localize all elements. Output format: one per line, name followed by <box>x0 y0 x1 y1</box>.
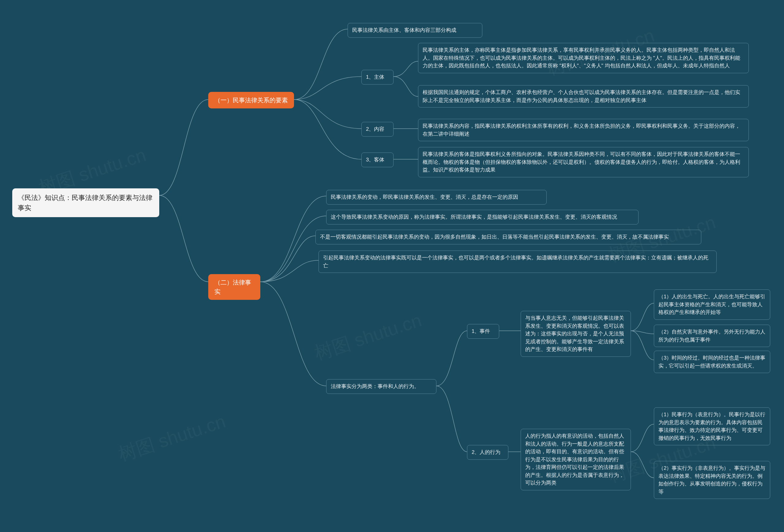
leaf-event-desc: 与当事人意志无关，但能够引起民事法律关系发生、变更和消灭的客观情况。也可以表述为… <box>521 311 631 357</box>
leaf-action-2: （2）事实行为（非表意行为）。事实行为是与表达法律效果、特定精神内容无关的行为。… <box>654 461 770 499</box>
leaf-event-1: （1）人的出生与死亡。人的出生与死亡能够引起民事主体资格的产生和消灭，也可能导致… <box>654 289 770 320</box>
leaf-action-1: （1）民事行为（表意行为）。民事行为是以行为的意思表示为要素的行为。具体内容包括… <box>654 407 770 445</box>
leaf-subject-2: 根据我国民法通则的规定，个体工商户、农村承包经营户、个人合伙也可以成为民事法律关… <box>418 85 749 108</box>
leaf-event-2: （2）自然灾害与意外事件。另外无行为能力人所为的行为也属于事件 <box>654 325 770 347</box>
leaf-subject-1: 民事法律关系的主体，亦称民事主体是指参加民事法律关系，享有民事权利并承担民事义务… <box>418 43 749 73</box>
leaf-composition: 民事法律关系由主体、客体和内容三部分构成 <box>347 23 482 38</box>
branch-legal-facts[interactable]: （二）法律事实 <box>208 274 260 300</box>
root-node[interactable]: 《民法》知识点：民事法律关系的要素与法律事实 <box>12 188 159 217</box>
watermark: 树图 shutu.cn <box>311 308 425 366</box>
leaf-action-desc: 人的行为指人的有意识的活动，包括自然人和法人的活动。行为一般是人的意志所支配的活… <box>521 429 631 491</box>
leaf-content-1: 民事法律关系的内容，指民事法律关系的权利主体所享有的权利，和义务主体所负担的义务… <box>418 119 749 141</box>
node-action[interactable]: 2、人的行为 <box>467 445 508 460</box>
branch-elements[interactable]: （一）民事法律关系的要素 <box>208 92 294 108</box>
leaf-event-3: （3）时间的经过。时间的经过也是一种法律事实，它可以引起一些请求权的发生或消灭。 <box>654 351 770 373</box>
watermark: 树图 shutu.cn <box>115 409 229 467</box>
leaf-fact-4: 引起民事法律关系变动的法律事实既可以是一个法律事实，也可以是两个或者多个法律事实… <box>318 251 717 273</box>
node-event[interactable]: 1、事件 <box>467 324 499 339</box>
node-object[interactable]: 3、客体 <box>361 152 394 167</box>
leaf-fact-2: 这个导致民事法律关系变动的原因，称为法律事实。所谓法律事实，是指能够引起民事法律… <box>326 210 639 224</box>
node-subject[interactable]: 1、主体 <box>361 70 394 85</box>
node-two-types[interactable]: 法律事实分为两类：事件和人的行为。 <box>326 379 437 394</box>
leaf-object-1: 民事法律关系的客体是指民事权利义务所指向的对象。民事法律关系因种类不同，可以有不… <box>418 147 749 177</box>
leaf-fact-1: 民事法律关系的变动，即民事法律关系的发生、变更、消灭，总是存在一定的原因 <box>326 190 547 204</box>
node-content[interactable]: 2、内容 <box>361 122 394 137</box>
leaf-fact-3: 不是一切客观情况都能引起民事法律关系的变动，因为很多自然现象，如日出、日落等不能… <box>315 230 701 244</box>
